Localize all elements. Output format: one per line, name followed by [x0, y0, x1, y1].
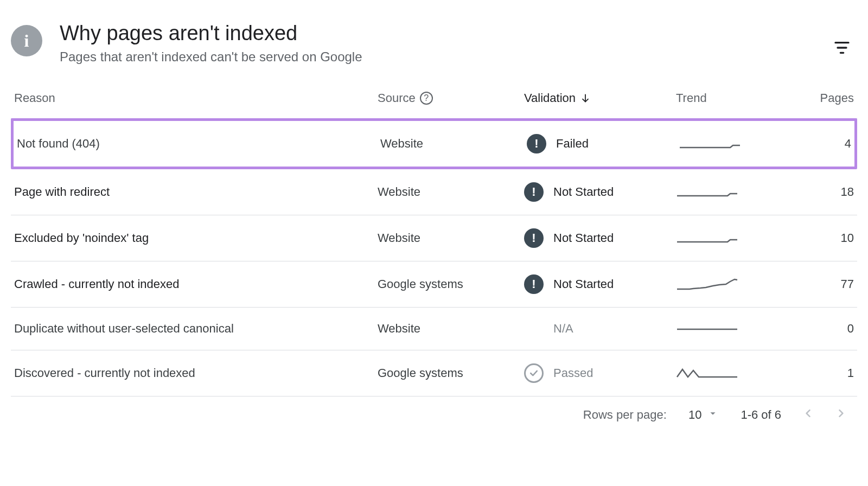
column-header-validation-label: Validation — [524, 91, 576, 105]
cell-source: Website — [380, 137, 527, 151]
chevron-down-icon — [707, 407, 719, 423]
check-icon — [524, 363, 544, 383]
exclamation-icon: ! — [527, 134, 546, 154]
cell-trend — [679, 136, 776, 152]
chevron-right-icon — [835, 408, 846, 419]
cell-source: Website — [378, 322, 524, 336]
prev-page-button[interactable] — [803, 408, 814, 422]
column-header-validation[interactable]: Validation — [524, 91, 676, 105]
cell-source: Google systems — [378, 366, 524, 380]
cell-reason: Discovered - currently not indexed — [14, 366, 378, 380]
chevron-left-icon — [803, 408, 814, 419]
filter-icon — [833, 39, 851, 56]
cell-pages: 1 — [774, 366, 854, 380]
header-text: Why pages aren't indexed Pages that aren… — [60, 22, 809, 65]
column-header-reason-label: Reason — [14, 91, 55, 105]
pagination-range: 1-6 of 6 — [741, 408, 781, 422]
rows-per-page-label: Rows per page: — [583, 408, 667, 422]
page-container: i Why pages aren't indexed Pages that ar… — [0, 0, 868, 423]
info-icon: i — [11, 25, 42, 56]
cell-validation: !Not Started — [524, 228, 676, 248]
cell-validation: Passed — [524, 363, 676, 383]
exclamation-icon: ! — [524, 182, 544, 202]
help-icon[interactable]: ? — [420, 92, 433, 105]
trend-sparkline — [676, 365, 738, 381]
cell-pages: 0 — [774, 322, 854, 336]
validation-status-text: Not Started — [553, 231, 614, 245]
cell-pages: 10 — [774, 231, 854, 245]
column-header-source-label: Source — [378, 91, 416, 105]
column-header-reason[interactable]: Reason — [14, 91, 378, 105]
validation-status-text: Not Started — [553, 277, 614, 291]
validation-status-text: Passed — [553, 366, 593, 380]
cell-validation: !Not Started — [524, 182, 676, 202]
cell-source: Website — [378, 185, 524, 199]
column-header-trend-label: Trend — [676, 91, 707, 105]
cell-pages: 18 — [774, 185, 854, 199]
cell-trend — [676, 184, 774, 200]
next-page-button[interactable] — [835, 408, 846, 422]
column-header-trend[interactable]: Trend — [676, 91, 774, 105]
exclamation-icon: ! — [524, 274, 544, 294]
table-row[interactable]: Crawled - currently not indexedGoogle sy… — [11, 261, 857, 308]
reasons-table: Reason Source ? Validation Trend Pages N… — [11, 91, 857, 397]
filter-button[interactable] — [827, 33, 857, 65]
column-header-pages-label: Pages — [820, 91, 854, 105]
table-header-row: Reason Source ? Validation Trend Pages — [11, 91, 857, 119]
cell-source: Google systems — [378, 277, 524, 291]
cell-pages: 77 — [774, 277, 854, 291]
table-row[interactable]: Excluded by 'noindex' tagWebsite!Not Sta… — [11, 215, 857, 261]
cell-reason: Excluded by 'noindex' tag — [14, 231, 378, 245]
exclamation-icon: ! — [524, 228, 544, 248]
validation-status-text: Not Started — [553, 185, 614, 199]
table-body: Not found (404)Website!Failed4Page with … — [11, 118, 857, 397]
cell-pages: 4 — [776, 137, 851, 151]
table-row[interactable]: Discovered - currently not indexedGoogle… — [11, 350, 857, 397]
cell-reason: Not found (404) — [17, 137, 380, 151]
table-footer: Rows per page: 10 1-6 of 6 — [11, 397, 857, 423]
table-row[interactable]: Not found (404)Website!Failed4 — [11, 118, 857, 169]
cell-validation: N/A — [524, 322, 676, 336]
page-header: i Why pages aren't indexed Pages that ar… — [11, 22, 857, 65]
page-subtitle: Pages that aren't indexed can't be serve… — [60, 49, 809, 65]
trend-sparkline — [676, 321, 738, 337]
cell-reason: Duplicate without user-selected canonica… — [14, 322, 378, 336]
pagination-controls — [803, 408, 846, 422]
trend-sparkline — [679, 136, 741, 152]
cell-trend — [676, 321, 774, 337]
cell-trend — [676, 230, 774, 246]
trend-sparkline — [676, 276, 738, 292]
table-row[interactable]: Page with redirectWebsite!Not Started18 — [11, 169, 857, 215]
rows-per-page-select[interactable]: 10 — [688, 407, 719, 423]
cell-trend — [676, 365, 774, 381]
cell-validation: !Failed — [527, 134, 679, 154]
table-row[interactable]: Duplicate without user-selected canonica… — [11, 308, 857, 350]
column-header-pages[interactable]: Pages — [774, 91, 854, 105]
cell-validation: !Not Started — [524, 274, 676, 294]
cell-source: Website — [378, 231, 524, 245]
trend-sparkline — [676, 230, 738, 246]
validation-status-text: Failed — [556, 137, 589, 151]
rows-per-page-value: 10 — [688, 408, 701, 422]
validation-status-text: N/A — [553, 322, 573, 336]
cell-reason: Crawled - currently not indexed — [14, 277, 378, 291]
cell-trend — [676, 276, 774, 292]
sort-descending-icon — [580, 93, 591, 104]
page-title: Why pages aren't indexed — [60, 22, 809, 45]
trend-sparkline — [676, 184, 738, 200]
cell-reason: Page with redirect — [14, 185, 378, 199]
column-header-source[interactable]: Source ? — [378, 91, 524, 105]
